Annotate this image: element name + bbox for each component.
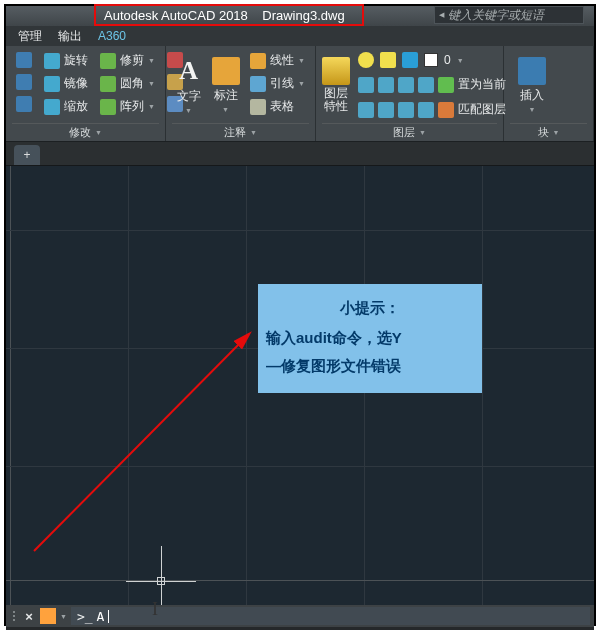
mirror-icon <box>44 76 60 92</box>
layer-walk-icon[interactable] <box>378 102 394 118</box>
table-button[interactable]: 表格 <box>246 96 309 117</box>
panel-modify: 旋转 镜像 缩放 修剪▼ 圆角▼ 阵列▼ 修改▼ <box>6 46 166 141</box>
ibeam-cursor-icon: I <box>152 599 158 620</box>
callout-line3: —修复图形文件错误 <box>266 357 401 374</box>
lightbulb-on-icon[interactable] <box>358 52 374 68</box>
menu-manage[interactable]: 管理 <box>18 28 42 45</box>
menu-a360[interactable]: A360 <box>98 29 126 43</box>
linear-button[interactable]: 线性▼ <box>246 50 309 71</box>
layer-name[interactable]: 0 <box>444 53 451 67</box>
layer-toggle-row: 0 ▼ <box>354 50 510 70</box>
panel-block-title[interactable]: 块▼ <box>510 123 587 141</box>
match-layer-label[interactable]: 匹配图层 <box>458 101 506 118</box>
stretch-icon <box>16 96 32 112</box>
fillet-button[interactable]: 圆角▼ <box>96 73 159 94</box>
panel-modify-title[interactable]: 修改▼ <box>12 123 159 141</box>
keyword-search-input[interactable]: 键入关键字或短语 <box>434 6 584 24</box>
trim-icon <box>100 53 116 69</box>
panel-annotate-title[interactable]: 注释▼ <box>172 123 309 141</box>
layer-state-icon[interactable] <box>398 102 414 118</box>
layer-off-icon[interactable] <box>358 77 374 93</box>
tip-callout: 小提示： 输入audit命令，选Y —修复图形文件错误 <box>258 284 482 393</box>
keyword-search-placeholder: 键入关键字或短语 <box>448 7 544 24</box>
drawing-viewport[interactable]: 小提示： 输入audit命令，选Y —修复图形文件错误 <box>6 166 594 605</box>
leader-button[interactable]: 引线▼ <box>246 73 309 94</box>
leader-icon <box>250 76 266 92</box>
cmdline-customize-icon[interactable] <box>40 608 56 624</box>
layer-previous-icon[interactable] <box>358 102 374 118</box>
set-current-icon[interactable] <box>438 77 454 93</box>
mirror-button[interactable]: 镜像 <box>40 73 92 94</box>
cmdline-drag-handle[interactable] <box>10 611 18 621</box>
move-button[interactable] <box>12 50 36 70</box>
insert-block-button[interactable]: 插入 ▼ <box>510 50 554 120</box>
menu-strip: 管理 输出 A360 <box>6 26 594 46</box>
callout-line2: 输入audit命令，选Y <box>266 329 402 346</box>
layer-properties-button[interactable]: 图层 特性 <box>322 50 350 120</box>
copy-button[interactable] <box>12 72 36 92</box>
app-name: Autodesk AutoCAD 2018 <box>104 8 248 23</box>
rotate-icon <box>44 53 60 69</box>
panel-layer-title[interactable]: 图层▼ <box>322 123 497 141</box>
trim-button[interactable]: 修剪▼ <box>96 50 159 71</box>
command-line: × ▼ >_ A <box>6 605 594 627</box>
cmdline-dropdown-icon[interactable]: ▼ <box>60 613 67 620</box>
match-layer-icon[interactable] <box>438 102 454 118</box>
scale-button[interactable]: 缩放 <box>40 96 92 117</box>
layer-state2-icon[interactable] <box>418 102 434 118</box>
layer-isolate-icon[interactable] <box>418 77 434 93</box>
command-input[interactable]: >_ A <box>71 607 590 625</box>
text-cursor <box>108 610 109 623</box>
stretch-button[interactable] <box>12 94 36 114</box>
dimension-button[interactable]: 标注 ▼ <box>209 50 242 120</box>
command-prompt: >_ <box>77 609 93 624</box>
panel-block: 插入 ▼ 块▼ <box>504 46 594 141</box>
menu-output[interactable]: 输出 <box>58 28 82 45</box>
new-tab-button[interactable]: + <box>14 145 40 165</box>
panel-layer: 图层 特性 0 ▼ <box>316 46 504 141</box>
linear-icon <box>250 53 266 69</box>
set-current-label[interactable]: 置为当前 <box>458 76 506 93</box>
title-bar: Autodesk AutoCAD 2018 Drawing3.dwg 键入关键字… <box>6 6 594 26</box>
ribbon: 旋转 镜像 缩放 修剪▼ 圆角▼ 阵列▼ 修改▼ <box>6 46 594 142</box>
fillet-icon <box>100 76 116 92</box>
rotate-button[interactable]: 旋转 <box>40 50 92 71</box>
callout-line1: 小提示： <box>340 299 400 316</box>
layer-properties-icon <box>322 57 350 85</box>
text-icon: A <box>179 56 198 86</box>
array-button[interactable]: 阵列▼ <box>96 96 159 117</box>
color-swatch[interactable] <box>424 53 438 67</box>
cmdline-close-button[interactable]: × <box>22 609 36 624</box>
text-button[interactable]: A 文字 ▼ <box>172 50 205 120</box>
move-icon <box>16 52 32 68</box>
lock-icon[interactable] <box>402 52 418 68</box>
file-tab-strip: + <box>6 142 594 166</box>
dimension-icon <box>212 57 240 85</box>
scale-icon <box>44 99 60 115</box>
command-typed: A <box>97 609 105 624</box>
layer-lock-all-icon[interactable] <box>398 77 414 93</box>
sun-icon[interactable] <box>380 52 396 68</box>
layer-freeze-icon[interactable] <box>378 77 394 93</box>
layer-tool-row-2: 匹配图层 <box>354 99 510 120</box>
crosshair-cursor <box>126 546 196 605</box>
panel-annotate: A 文字 ▼ 标注 ▼ 线性▼ 引线▼ 表格 注释▼ <box>166 46 316 141</box>
file-name: Drawing3.dwg <box>262 8 344 23</box>
layer-tool-row: 置为当前 <box>354 74 510 95</box>
insert-block-icon <box>518 57 546 85</box>
table-icon <box>250 99 266 115</box>
copy-icon <box>16 74 32 90</box>
app-title: Autodesk AutoCAD 2018 Drawing3.dwg <box>104 8 345 23</box>
array-icon <box>100 99 116 115</box>
